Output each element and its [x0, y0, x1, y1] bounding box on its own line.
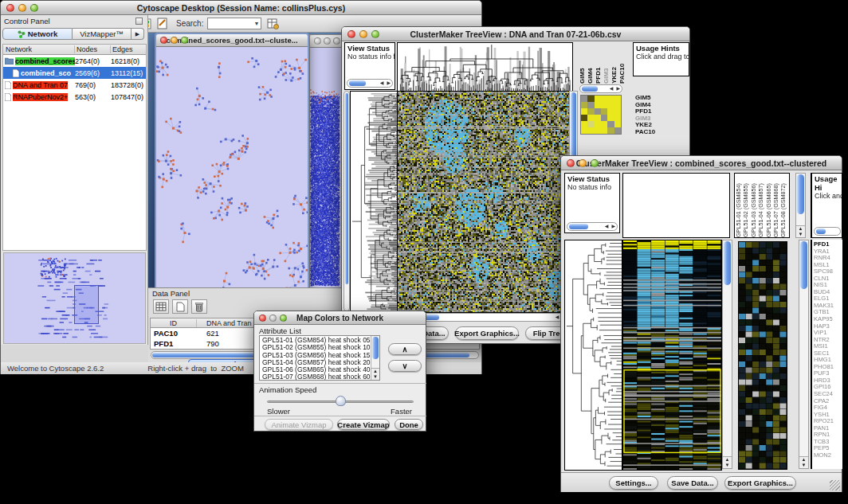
network1-titlebar[interactable]: combined_scores_good.txt--cluste... — [156, 34, 308, 47]
matrix-cell[interactable] — [595, 108, 601, 115]
matrix-cell[interactable] — [595, 115, 601, 121]
export-graphics-button[interactable]: Export Graphics... — [455, 326, 519, 340]
matrix-hscrollbar[interactable]: ◀▶ — [579, 84, 622, 93]
matrix-cell[interactable] — [607, 102, 614, 108]
close-button[interactable] — [347, 30, 355, 38]
array-label[interactable]: GPL51-08 (GSM872) — [779, 175, 787, 237]
minimize-button[interactable] — [359, 30, 367, 38]
attribute-select-icon[interactable] — [153, 299, 169, 314]
zoom-button[interactable] — [591, 159, 599, 167]
attribute-listbox[interactable]: GPL51-01 (GSM854) heat shock 05 minGPL51… — [259, 335, 380, 381]
create-vizmap-button[interactable]: Create Vizmap — [337, 419, 390, 430]
done-button[interactable]: Done — [395, 419, 423, 430]
matrix-cell[interactable] — [587, 127, 594, 134]
matrix-cell[interactable] — [614, 127, 621, 134]
matrix-cell[interactable] — [614, 96, 621, 102]
minimize-button[interactable] — [171, 37, 178, 44]
matrix-cell[interactable] — [601, 121, 607, 127]
close-button[interactable] — [314, 37, 321, 45]
matrix-cell[interactable] — [595, 102, 601, 108]
matrix-cell[interactable] — [601, 115, 607, 121]
view-status-scrollbar[interactable]: ◀▶ — [347, 79, 393, 88]
attribute-item[interactable]: GPL51-07 (GSM868) heat shock 60 min — [260, 373, 379, 381]
col-nodes[interactable]: Nodes — [75, 45, 111, 53]
gene-dendrogram[interactable] — [564, 240, 622, 471]
tab-vizmapper[interactable]: VizMapper™ — [73, 28, 132, 40]
zoom-button[interactable] — [333, 37, 340, 45]
matrix-cell[interactable] — [607, 96, 614, 102]
matrix-cell[interactable] — [601, 102, 607, 108]
column-label[interactable]: PFD1 — [595, 47, 603, 84]
export-graphics-button[interactable]: Export Graphics... — [724, 476, 796, 490]
gene-label[interactable]: PAC10 — [634, 129, 688, 136]
column-label[interactable]: YKE2 — [610, 47, 618, 84]
resize-grip[interactable] — [830, 480, 840, 490]
zoom-button[interactable] — [30, 4, 38, 12]
matrix-cell[interactable] — [601, 127, 607, 134]
scroll-arrows[interactable]: ▲▼ — [723, 456, 732, 468]
array-label[interactable]: GPL51-02 (GSM855) — [742, 175, 749, 237]
matrix-cell[interactable] — [607, 121, 614, 127]
matrix-cell[interactable] — [581, 127, 587, 134]
move-down-button[interactable]: ∨ — [388, 360, 422, 372]
network-row[interactable]: RNAPuberNov2+ 563(0) 107847(0) — [3, 91, 146, 103]
column-dendrogram[interactable] — [397, 42, 573, 92]
close-button[interactable] — [6, 4, 14, 12]
import-table-icon[interactable] — [265, 17, 281, 31]
col-network[interactable]: Network — [3, 45, 75, 53]
delete-attribute-icon[interactable] — [191, 299, 207, 314]
zoom-button[interactable] — [371, 30, 379, 38]
matrix-cell[interactable] — [614, 108, 621, 115]
move-up-button[interactable]: ∧ — [388, 343, 422, 355]
matrix-cell[interactable] — [595, 127, 601, 134]
matrix-cell[interactable] — [587, 96, 594, 102]
array-label[interactable]: GPL51-06 (GSM865) — [765, 175, 772, 237]
view-status-scrollbar[interactable]: ◀▶ — [567, 222, 618, 231]
dialog-titlebar[interactable]: Map Colors to Network — [254, 311, 426, 325]
matrix-cell[interactable] — [595, 96, 601, 102]
col-id[interactable]: ID — [151, 319, 197, 327]
treeview1-titlebar[interactable]: ClusterMaker TreeView : DNA and Tran 07-… — [342, 27, 689, 41]
heatmap-canvas[interactable] — [397, 91, 570, 313]
settings-button[interactable]: Settings... — [609, 476, 658, 490]
close-button[interactable] — [160, 37, 167, 44]
scroll-arrows[interactable]: ▲▼ — [371, 368, 379, 380]
matrix-cell[interactable] — [601, 96, 607, 102]
matrix-cell[interactable] — [607, 115, 614, 121]
matrix-cell[interactable] — [581, 121, 587, 127]
matrix-cell[interactable] — [614, 121, 621, 127]
minimize-button[interactable] — [579, 159, 587, 167]
column-label[interactable]: GIM3 — [603, 47, 610, 84]
matrix-cell[interactable] — [581, 115, 587, 121]
search-dropdown-icon[interactable]: ▼ — [254, 21, 261, 26]
close-button[interactable] — [259, 315, 266, 322]
zoom-button[interactable] — [181, 37, 188, 44]
labels-vscrollbar[interactable]: ▲▼ — [795, 173, 806, 238]
network-overview[interactable] — [3, 252, 146, 344]
attribute-list-vscrollbar[interactable]: ▲▼ — [371, 336, 379, 380]
col-edges[interactable]: Edges — [111, 45, 133, 53]
tab-network[interactable]: Network — [2, 28, 73, 40]
minimize-button[interactable] — [269, 315, 277, 322]
float-panel-icon[interactable] — [135, 18, 143, 25]
matrix-cell[interactable] — [587, 108, 594, 115]
network-row[interactable]: DNA and Tran 07 769(0) 183728(0) — [3, 79, 146, 91]
window-controls[interactable] — [6, 4, 38, 12]
matrix-cell[interactable] — [607, 108, 614, 115]
array-label[interactable]: GPL51-04 (GSM857) — [757, 175, 764, 237]
matrix-cell[interactable] — [587, 102, 594, 108]
minimize-button[interactable] — [18, 4, 26, 12]
array-label[interactable]: GPL51-03 (GSM856) — [750, 175, 757, 237]
slider-thumb[interactable] — [336, 396, 346, 406]
scroll-arrows[interactable]: ▲▼ — [796, 225, 805, 237]
annotation-icon[interactable] — [154, 17, 170, 31]
matrix-cell[interactable] — [581, 108, 587, 115]
network-row-selected[interactable]: combined_sco 2569(6) 13112(15) — [3, 67, 146, 79]
matrix-cell[interactable] — [581, 102, 587, 108]
matrix-cell[interactable] — [607, 127, 614, 134]
close-button[interactable] — [567, 159, 575, 167]
array-label[interactable]: GPL51-01 (GSM854) — [735, 175, 742, 237]
matrix-cell[interactable] — [587, 121, 594, 127]
matrix-cell[interactable] — [601, 108, 607, 115]
new-attribute-icon[interactable] — [172, 299, 188, 314]
